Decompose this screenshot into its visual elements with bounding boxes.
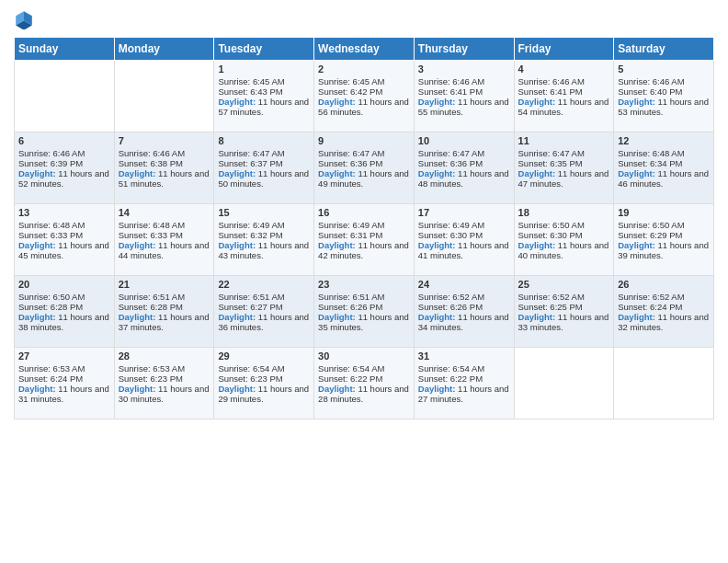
sunset-text: Sunset: 6:37 PM (218, 158, 310, 168)
calendar-cell: 19Sunrise: 6:50 AMSunset: 6:29 PMDayligh… (614, 204, 714, 276)
sunset-text: Sunset: 6:33 PM (119, 230, 210, 240)
sunset-text: Sunset: 6:31 PM (318, 230, 410, 240)
calendar-cell: 24Sunrise: 6:52 AMSunset: 6:26 PMDayligh… (414, 276, 514, 348)
day-number: 17 (418, 207, 510, 218)
sunrise-text: Sunrise: 6:49 AM (318, 220, 410, 230)
calendar-cell: 15Sunrise: 6:49 AMSunset: 6:32 PMDayligh… (214, 204, 314, 276)
sunrise-text: Sunrise: 6:54 AM (318, 363, 410, 373)
daylight-label: Daylight: (318, 168, 358, 178)
calendar-cell: 14Sunrise: 6:48 AMSunset: 6:33 PMDayligh… (114, 204, 214, 276)
sunrise-text: Sunrise: 6:54 AM (218, 363, 310, 373)
day-number: 21 (119, 279, 210, 290)
day-number: 24 (418, 279, 510, 290)
logo-icon (14, 9, 34, 29)
sunset-text: Sunset: 6:22 PM (318, 373, 410, 384)
sunset-text: Sunset: 6:41 PM (518, 86, 610, 97)
day-number: 23 (318, 279, 410, 290)
day-number: 16 (318, 207, 410, 218)
day-number: 4 (518, 63, 610, 75)
sunset-text: Sunset: 6:23 PM (119, 373, 210, 384)
sunrise-text: Sunrise: 6:51 AM (218, 292, 310, 302)
calendar-week-row: 6Sunrise: 6:46 AMSunset: 6:39 PMDaylight… (15, 132, 714, 204)
sunset-text: Sunset: 6:28 PM (119, 302, 210, 312)
sunset-text: Sunset: 6:42 PM (318, 86, 410, 97)
daylight-label: Daylight: (119, 384, 158, 394)
calendar-cell: 21Sunrise: 6:51 AMSunset: 6:28 PMDayligh… (114, 276, 214, 348)
sunrise-text: Sunrise: 6:49 AM (418, 220, 510, 230)
sunset-text: Sunset: 6:34 PM (618, 158, 710, 168)
sunrise-text: Sunrise: 6:51 AM (318, 292, 410, 302)
calendar-cell: 27Sunrise: 6:53 AMSunset: 6:24 PMDayligh… (15, 348, 115, 419)
daylight-text: Daylight: 11 hours and 34 minutes. (418, 312, 510, 332)
weekday-header-friday: Friday (514, 38, 614, 61)
daylight-label: Daylight: (418, 97, 458, 107)
sunset-text: Sunset: 6:22 PM (418, 373, 510, 384)
sunrise-text: Sunrise: 6:46 AM (518, 76, 610, 86)
sunrise-text: Sunrise: 6:52 AM (618, 292, 710, 302)
day-number: 29 (218, 350, 310, 362)
daylight-text: Daylight: 11 hours and 51 minutes. (119, 168, 210, 189)
daylight-label: Daylight: (618, 168, 657, 178)
calendar-cell: 30Sunrise: 6:54 AMSunset: 6:22 PMDayligh… (314, 348, 415, 419)
daylight-text: Daylight: 11 hours and 52 minutes. (18, 168, 110, 189)
calendar-week-row: 20Sunrise: 6:50 AMSunset: 6:28 PMDayligh… (15, 276, 714, 348)
sunrise-text: Sunrise: 6:50 AM (518, 220, 610, 230)
sunset-text: Sunset: 6:27 PM (218, 302, 310, 312)
daylight-label: Daylight: (318, 240, 358, 250)
sunset-text: Sunset: 6:39 PM (18, 158, 110, 168)
daylight-label: Daylight: (18, 168, 58, 178)
sunrise-text: Sunrise: 6:50 AM (18, 292, 110, 302)
sunrise-text: Sunrise: 6:47 AM (518, 148, 610, 158)
calendar-cell (114, 61, 214, 132)
day-number: 27 (18, 350, 110, 362)
calendar-cell: 11Sunrise: 6:47 AMSunset: 6:35 PMDayligh… (514, 132, 614, 204)
sunrise-text: Sunrise: 6:48 AM (618, 148, 710, 158)
sunrise-text: Sunrise: 6:45 AM (218, 76, 310, 86)
daylight-text: Daylight: 11 hours and 36 minutes. (218, 312, 310, 332)
sunset-text: Sunset: 6:36 PM (418, 158, 510, 168)
sunset-text: Sunset: 6:35 PM (518, 158, 610, 168)
daylight-label: Daylight: (518, 312, 558, 322)
daylight-label: Daylight: (618, 97, 657, 107)
weekday-header-monday: Monday (114, 38, 214, 61)
calendar-cell: 6Sunrise: 6:46 AMSunset: 6:39 PMDaylight… (15, 132, 115, 204)
daylight-label: Daylight: (618, 240, 657, 250)
calendar-cell: 26Sunrise: 6:52 AMSunset: 6:24 PMDayligh… (614, 276, 714, 348)
calendar-cell: 23Sunrise: 6:51 AMSunset: 6:26 PMDayligh… (314, 276, 415, 348)
sunset-text: Sunset: 6:40 PM (618, 86, 710, 97)
calendar-cell: 12Sunrise: 6:48 AMSunset: 6:34 PMDayligh… (614, 132, 714, 204)
day-number: 2 (318, 63, 410, 75)
sunrise-text: Sunrise: 6:54 AM (418, 363, 510, 373)
daylight-text: Daylight: 11 hours and 42 minutes. (318, 240, 410, 260)
calendar-cell: 9Sunrise: 6:47 AMSunset: 6:36 PMDaylight… (314, 132, 415, 204)
weekday-header-thursday: Thursday (414, 38, 514, 61)
daylight-text: Daylight: 11 hours and 33 minutes. (518, 312, 610, 332)
daylight-label: Daylight: (218, 312, 257, 322)
calendar-cell: 5Sunrise: 6:46 AMSunset: 6:40 PMDaylight… (614, 61, 714, 132)
sunrise-text: Sunrise: 6:46 AM (618, 76, 710, 86)
calendar-table: SundayMondayTuesdayWednesdayThursdayFrid… (14, 37, 714, 419)
daylight-label: Daylight: (18, 240, 58, 250)
calendar-cell: 25Sunrise: 6:52 AMSunset: 6:25 PMDayligh… (514, 276, 614, 348)
daylight-label: Daylight: (18, 384, 58, 394)
daylight-text: Daylight: 11 hours and 27 minutes. (418, 384, 510, 404)
sunrise-text: Sunrise: 6:51 AM (119, 292, 210, 302)
day-number: 31 (418, 350, 510, 362)
calendar-week-row: 1Sunrise: 6:45 AMSunset: 6:43 PMDaylight… (15, 61, 714, 132)
calendar-cell: 2Sunrise: 6:45 AMSunset: 6:42 PMDaylight… (314, 61, 415, 132)
daylight-label: Daylight: (418, 240, 458, 250)
calendar-cell: 22Sunrise: 6:51 AMSunset: 6:27 PMDayligh… (214, 276, 314, 348)
daylight-label: Daylight: (518, 168, 558, 178)
daylight-text: Daylight: 11 hours and 35 minutes. (318, 312, 410, 332)
daylight-label: Daylight: (119, 312, 158, 322)
sunrise-text: Sunrise: 6:49 AM (218, 220, 310, 230)
weekday-header-sunday: Sunday (15, 38, 115, 61)
sunrise-text: Sunrise: 6:50 AM (618, 220, 710, 230)
daylight-text: Daylight: 11 hours and 40 minutes. (518, 240, 610, 260)
calendar-cell: 17Sunrise: 6:49 AMSunset: 6:30 PMDayligh… (414, 204, 514, 276)
daylight-text: Daylight: 11 hours and 31 minutes. (18, 384, 110, 404)
sunset-text: Sunset: 6:29 PM (618, 230, 710, 240)
day-number: 9 (318, 135, 410, 146)
page: SundayMondayTuesdayWednesdayThursdayFrid… (0, 0, 728, 563)
calendar-cell: 16Sunrise: 6:49 AMSunset: 6:31 PMDayligh… (314, 204, 415, 276)
